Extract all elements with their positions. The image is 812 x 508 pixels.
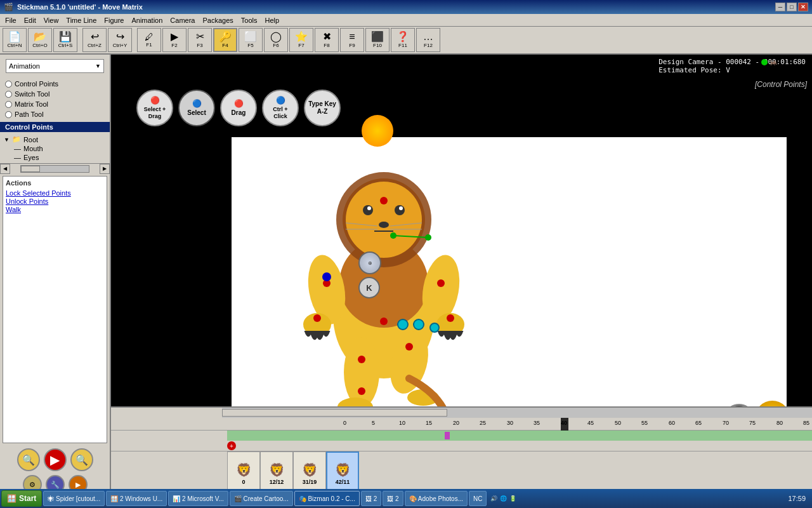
f5-button[interactable]: ⬜ F5 [239,28,263,52]
undo-button[interactable]: ↩ Ctrl+Z [82,28,107,52]
taskbar-create-cartoon[interactable]: 🎬 Create Cartoo... [230,491,293,506]
svg-point-28 [447,314,454,322]
f7-button[interactable]: ⭐ F7 [289,28,313,52]
tree-root-item[interactable]: ▼ 📁 Root [3,135,107,144]
f12-button[interactable]: … F12 [416,28,440,52]
menu-animation[interactable]: Animation [128,15,166,25]
redo-button[interactable]: ↪ Ctrl+Y [108,28,132,52]
camera-info-line1: Design Camera - 000042 - 000:01:680 [658,58,806,66]
scroll-track[interactable] [20,165,89,173]
f8-button[interactable]: ✖ F8 [315,28,339,52]
taskbar-adobe[interactable]: 🎨 Adobe Photos... [405,491,468,506]
taskbar-microsoft[interactable]: 📊 2 Microsoft V... [168,491,228,506]
f6-button[interactable]: ◯ F6 [264,28,288,52]
select-drag-tool[interactable]: 🔴 Select + Drag [136,90,173,126]
scroll-thumb[interactable] [21,166,40,172]
taskbar-2a[interactable]: 🖼 2 [361,491,381,506]
f1-button[interactable]: 🖊 F1 [137,28,161,52]
timeline-scrollbar[interactable] [111,408,812,418]
svg-point-35 [430,323,439,332]
taskbar: 🪟 Start 🕷 Spider [cutout... 🪟 2 Windows … [0,489,812,508]
unlock-points[interactable]: Unlock Points [6,197,104,205]
camera-info-line2: Estimated Pose: V [658,66,806,74]
maximize-button[interactable]: □ [787,3,797,11]
radio-path [5,111,12,118]
svg-point-6 [395,205,405,215]
menu-bar: File Edit View Time Line Figure Animatio… [0,14,812,27]
canvas-area: Design Camera - 000042 - 000:01:680 Esti… [111,55,812,495]
menu-figure[interactable]: Figure [100,15,128,25]
camera-info-overlay: Design Camera - 000042 - 000:01:680 Esti… [653,56,811,76]
timeline-track[interactable] [227,431,812,441]
menu-tools[interactable]: Tools [237,15,261,25]
f3-button[interactable]: ✂ F3 [188,28,212,52]
tree-eyes[interactable]: — Eyes [13,153,107,162]
add-keyframe-button[interactable]: + [227,441,236,450]
circle-k-button[interactable]: K [358,277,380,298]
start-button[interactable]: 🪟 Start [1,490,42,507]
tool-overlay: 🔴 Select + Drag 🔵 Select 🔴 Drag 🔵 Ctrl +… [136,90,341,126]
camera-green-dot: 🦗 [761,58,777,65]
menu-timeline[interactable]: Time Line [62,15,100,25]
type-key-tool[interactable]: Type Key A-Z [304,90,341,126]
ctrl-click-tool[interactable]: 🔵 Ctrl + Click [262,90,299,126]
svg-point-30 [358,387,365,395]
tool-switch[interactable]: Switch Tool [3,89,107,99]
scroll-left-arrow[interactable]: ◀ [0,164,10,174]
svg-point-5 [363,205,373,215]
taskbar-2b[interactable]: 🖼 2 [383,491,403,506]
svg-point-7 [367,206,371,210]
f11-button[interactable]: ❓ F11 [391,28,415,52]
item-icon: — [14,145,21,152]
menu-packages[interactable]: Packages [199,15,237,25]
search-button-1[interactable]: 🔍 [17,448,40,471]
main-canvas[interactable]: Design Camera - 000042 - 000:01:680 Esti… [111,55,812,406]
new-button[interactable]: 📄 Ctrl+N [3,28,27,52]
tree-mouth[interactable]: — Mouth [13,144,107,153]
taskbar-spider[interactable]: 🕷 Spider [cutout... [43,491,105,506]
folder-icon: 📁 [12,135,21,144]
svg-point-33 [398,319,408,330]
menu-file[interactable]: File [1,15,20,25]
add-button-row: + [111,441,812,451]
menu-camera[interactable]: Camera [166,15,199,25]
radio-control-points [5,81,12,88]
left-scrollbar[interactable]: ◀ ▶ [0,163,110,173]
svg-point-4 [346,182,422,258]
timeline-section: 0 5 10 15 20 25 30 35 40 45 50 55 60 65 … [111,406,812,495]
minimize-button[interactable]: ─ [775,3,785,11]
f4-button[interactable]: 🔑 F4 [213,28,237,52]
select-tool[interactable]: 🔵 Select [178,90,215,126]
menu-edit[interactable]: Edit [20,15,40,25]
item-icon: — [14,154,21,161]
walk-action[interactable]: Walk [6,206,104,213]
lion-figure[interactable] [257,137,511,406]
search-button-2[interactable]: 🔍 [70,448,93,471]
f9-button[interactable]: ≡ F9 [340,28,364,52]
svg-point-27 [437,279,445,287]
taskbar-windows[interactable]: 🪟 2 Windows U... [106,491,167,506]
circle-nav-1[interactable]: ⊕ [358,251,381,274]
playhead[interactable] [561,418,568,431]
tool-path[interactable]: Path Tool [3,109,107,119]
svg-point-26 [313,314,321,322]
play-button[interactable]: ▶ [44,448,67,471]
open-button[interactable]: 📂 Ctrl+O [28,28,52,52]
f2-button[interactable]: ▶ F2 [162,28,187,52]
menu-help[interactable]: Help [261,15,283,25]
taskbar-bizman[interactable]: 🎭 Bizman 0.2 - C... [294,491,360,506]
scroll-right-arrow[interactable]: ▶ [100,164,110,174]
drawing-canvas[interactable] [232,137,787,406]
close-button[interactable]: ✕ [798,3,808,11]
radio-switch [5,91,12,98]
drag-tool[interactable]: 🔴 Drag [220,90,257,126]
tool-matrix[interactable]: Matrix Tool [3,99,107,109]
lock-selected-points[interactable]: Lock Selected Points [6,189,104,197]
taskbar-nc[interactable]: NC [469,491,487,506]
system-tray: 🔊 🌐 🔋 [488,495,519,502]
animation-dropdown[interactable]: Animation [6,59,104,73]
save-button[interactable]: 💾 Ctrl+S [53,28,77,52]
f10-button[interactable]: ⬛ F10 [365,28,390,52]
tool-control-points[interactable]: Control Points [3,79,107,89]
menu-view[interactable]: View [40,15,63,25]
